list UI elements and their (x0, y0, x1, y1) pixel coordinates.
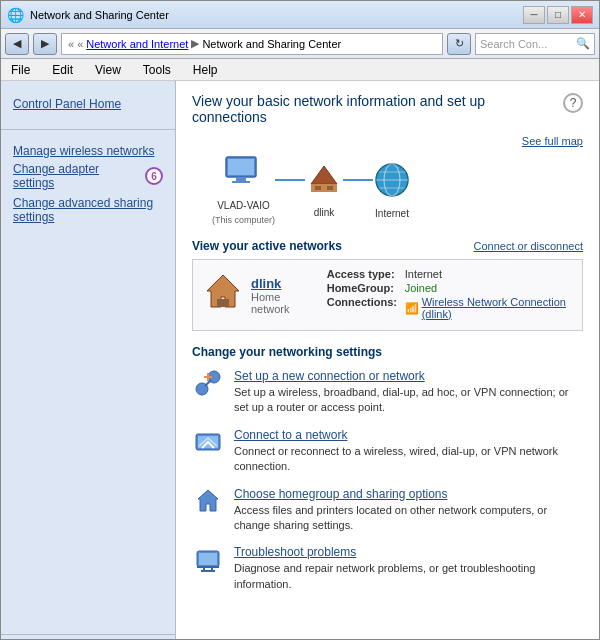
active-networks-title: View your active networks (192, 239, 342, 253)
see-full-map-link[interactable]: See full map (522, 135, 583, 147)
map-line-2 (343, 179, 373, 181)
sidebar-manage-wireless[interactable]: Manage wireless networks (13, 144, 163, 158)
router-name: dlink (314, 207, 335, 218)
sidebar: Control Panel Home Manage wireless netwo… (1, 81, 176, 640)
map-internet: Internet (373, 161, 411, 219)
setting-connect-network: Connect to a network Connect or reconnec… (192, 428, 583, 475)
prop-homegroup: HomeGroup: Joined (327, 282, 574, 294)
svg-rect-21 (199, 553, 217, 565)
new-connection-icon (192, 369, 224, 403)
menu-view[interactable]: View (91, 61, 125, 79)
svg-rect-6 (327, 186, 333, 190)
window-title: Network and Sharing Center (30, 9, 169, 21)
back-button[interactable]: ◀ (5, 33, 29, 55)
content-area: View your basic network information and … (176, 81, 599, 640)
menu-edit[interactable]: Edit (48, 61, 77, 79)
signal-icon: 📶 (405, 302, 419, 315)
search-icon: 🔍 (576, 37, 590, 50)
setting-troubleshoot: Troubleshoot problems Diagnose and repai… (192, 545, 583, 592)
homegroup-icon (192, 487, 224, 521)
svg-rect-5 (315, 186, 321, 190)
connect-network-link[interactable]: Connect to a network (234, 428, 583, 442)
menu-tools[interactable]: Tools (139, 61, 175, 79)
help-icon[interactable]: ? (563, 93, 583, 113)
prop-connections: Connections: 📶 Wireless Network Connecti… (327, 296, 574, 320)
new-connection-link[interactable]: Set up a new connection or network (234, 369, 583, 383)
adapter-badge: 6 (145, 167, 163, 185)
homegroup-link[interactable]: Choose homegroup and sharing options (234, 487, 583, 501)
setting-connect-text: Connect to a network Connect or reconnec… (234, 428, 583, 475)
address-path[interactable]: « « Network and Internet ▶ Network and S… (61, 33, 443, 55)
sidebar-control-panel-home[interactable]: Control Panel Home (13, 97, 163, 111)
network-type: Home network (251, 291, 311, 315)
svg-rect-1 (228, 159, 254, 175)
menu-file[interactable]: File (7, 61, 34, 79)
setting-new-connection: Set up a new connection or network Set u… (192, 369, 583, 416)
network-home-icon (201, 269, 245, 322)
svg-rect-3 (232, 181, 250, 183)
close-button[interactable]: ✕ (571, 6, 593, 24)
search-placeholder: Search Con... (480, 38, 547, 50)
internet-icon (373, 161, 411, 204)
setting-new-connection-text: Set up a new connection or network Set u… (234, 369, 583, 416)
active-networks: dlink Home network Access type: Internet… (192, 259, 583, 331)
svg-rect-2 (236, 177, 246, 181)
svg-rect-4 (311, 184, 337, 192)
setting-homegroup: Choose homegroup and sharing options Acc… (192, 487, 583, 534)
setting-troubleshoot-text: Troubleshoot problems Diagnose and repai… (234, 545, 583, 592)
active-networks-header: View your active networks Connect or dis… (192, 239, 583, 253)
troubleshoot-desc: Diagnose and repair network problems, or… (234, 562, 535, 589)
computer-sub: (This computer) (212, 215, 275, 225)
window-icon: 🌐 (7, 7, 24, 23)
title-bar: 🌐 Network and Sharing Center ─ □ ✕ (1, 1, 599, 29)
sidebar-change-adapter[interactable]: Change adapter settings (13, 162, 141, 190)
minimize-button[interactable]: ─ (523, 6, 545, 24)
menu-bar: File Edit View Tools Help (1, 59, 599, 81)
troubleshoot-icon (192, 545, 224, 579)
content-title: View your basic network information and … (192, 93, 563, 125)
search-box[interactable]: Search Con... 🔍 (475, 33, 595, 55)
maximize-button[interactable]: □ (547, 6, 569, 24)
setting-homegroup-text: Choose homegroup and sharing options Acc… (234, 487, 583, 534)
map-router: dlink (305, 162, 343, 218)
internet-name: Internet (375, 208, 409, 219)
connect-network-icon (192, 428, 224, 462)
sidebar-advanced-sharing[interactable]: Change advanced sharing settings (13, 196, 163, 224)
change-title: Change your networking settings (192, 345, 583, 359)
network-name-link[interactable]: dlink (251, 276, 281, 291)
network-icon-area: dlink Home network (201, 268, 311, 322)
prop-label-connections: Connections: (327, 296, 397, 320)
prop-access-type: Access type: Internet (327, 268, 574, 280)
prop-label-homegroup: HomeGroup: (327, 282, 397, 294)
menu-help[interactable]: Help (189, 61, 222, 79)
breadcrumb-current: Network and Sharing Center (202, 38, 341, 50)
breadcrumb-network-internet[interactable]: Network and Internet (86, 38, 188, 50)
svg-rect-12 (217, 299, 229, 307)
content-header: View your basic network information and … (192, 93, 583, 125)
troubleshoot-link[interactable]: Troubleshoot problems (234, 545, 583, 559)
network-map: VLAD-VAIO (This computer) dlink (192, 155, 583, 225)
prop-label-access: Access type: (327, 268, 397, 280)
map-computer: VLAD-VAIO (This computer) (212, 155, 275, 225)
new-connection-desc: Set up a wireless, broadband, dial-up, a… (234, 386, 568, 413)
refresh-button[interactable]: ↻ (447, 33, 471, 55)
network-properties: Access type: Internet HomeGroup: Joined … (327, 268, 574, 322)
homegroup-desc: Access files and printers located on oth… (234, 504, 547, 531)
prop-val-access: Internet (405, 268, 442, 280)
connect-network-desc: Connect or reconnect to a wireless, wire… (234, 445, 558, 472)
prop-val-homegroup: Joined (405, 282, 437, 294)
router-icon (305, 162, 343, 203)
prop-val-connections[interactable]: Wireless Network Connection (dlink) (422, 296, 574, 320)
forward-button[interactable]: ▶ (33, 33, 57, 55)
connect-disconnect-link[interactable]: Connect or disconnect (474, 240, 583, 252)
window-controls: ─ □ ✕ (523, 6, 593, 24)
address-bar: ◀ ▶ « « Network and Internet ▶ Network a… (1, 29, 599, 59)
map-line-1 (275, 179, 305, 181)
main-container: Control Panel Home Manage wireless netwo… (1, 81, 599, 640)
computer-name: VLAD-VAIO (217, 200, 270, 211)
network-name-area: dlink Home network (251, 276, 311, 315)
computer-icon (224, 155, 264, 196)
